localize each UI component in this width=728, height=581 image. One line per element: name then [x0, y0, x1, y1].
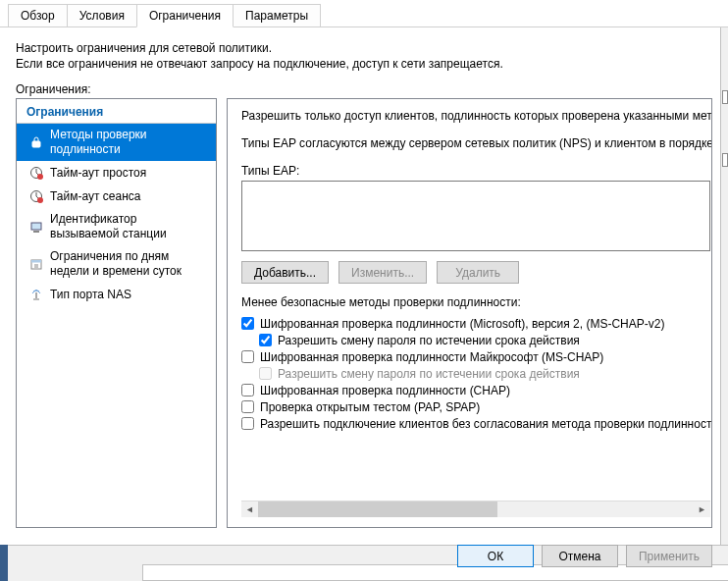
constraint-details-pane: Разрешить только доступ клиентов, подлин… [227, 98, 712, 528]
svg-rect-0 [32, 141, 40, 147]
svg-rect-11 [33, 298, 39, 300]
eap-types-listbox[interactable] [241, 181, 710, 251]
tree-item-3[interactable]: Идентификатор вызываемой станции [17, 208, 216, 245]
add-button[interactable]: Добавить... [241, 261, 329, 284]
tree-item-label: Идентификатор вызываемой станции [50, 212, 208, 241]
auth-checkbox-row-6[interactable]: Разрешить подключение клиентов без согла… [241, 415, 711, 432]
auth-checkbox-4[interactable] [241, 384, 254, 396]
auth-checkbox-row-2[interactable]: Шифрованная проверка подлинности Майкрос… [241, 348, 711, 365]
auth-checkbox-label: Шифрованная проверка подлинности (CHAP) [260, 384, 510, 397]
auth-checkbox-5[interactable] [241, 400, 254, 413]
tree-item-label: Тайм-аут простоя [50, 166, 146, 181]
auth-checkbox-row-3: Разрешить смену пароля по истечении срок… [241, 365, 711, 382]
svg-point-2 [37, 174, 43, 180]
scroll-right-icon[interactable]: ► [694, 502, 710, 517]
auth-checkbox-3 [259, 367, 272, 380]
constraints-label: Ограничения: [16, 82, 712, 96]
auth-checkbox-label: Шифрованная проверка подлинности (Micros… [260, 317, 664, 331]
auth-checkbox-6[interactable] [241, 417, 254, 430]
ok-button[interactable]: ОК [457, 545, 534, 567]
clock-red-icon [28, 165, 44, 181]
antenna-icon [28, 287, 44, 302]
tree-item-5[interactable]: Тип порта NAS [17, 283, 216, 306]
tab-ограничения[interactable]: Ограничения [136, 4, 234, 27]
constraints-group-header: Ограничения [17, 99, 216, 124]
station-icon [28, 219, 44, 235]
auth-checkbox-label: Разрешить смену пароля по истечении срок… [278, 367, 580, 381]
tree-item-2[interactable]: Тайм-аут сеанса [17, 185, 216, 208]
tree-item-label: Тип порта NAS [50, 288, 131, 302]
auth-checkbox-label: Шифрованная проверка подлинности Майкрос… [260, 350, 603, 364]
auth-checkbox-2[interactable] [241, 350, 254, 363]
scroll-thumb[interactable] [258, 502, 497, 517]
tab-параметры[interactable]: Параметры [233, 4, 321, 26]
auth-checkbox-label: Проверка открытым тестом (PAP, SPAP) [260, 400, 480, 414]
constraints-tree[interactable]: Ограничения Методы проверки подлинностиТ… [16, 98, 217, 528]
lock-icon [28, 134, 44, 150]
eap-types-label: Типы EAP: [241, 164, 711, 178]
less-secure-header: Менее безопасные методы проверки подлинн… [241, 295, 711, 309]
tab-условия[interactable]: Условия [67, 4, 137, 26]
tree-item-0[interactable]: Методы проверки подлинности [17, 124, 216, 161]
tree-item-label: Методы проверки подлинности [50, 128, 208, 157]
scroll-left-icon[interactable]: ◄ [241, 502, 258, 517]
svg-point-4 [37, 197, 43, 203]
svg-rect-6 [33, 231, 39, 233]
tab-strip: ОбзорУсловияОграниченияПараметры [0, 0, 728, 27]
description-line-1: Настроить ограничения для сетевой полити… [16, 41, 712, 55]
outer-window-edge [0, 545, 8, 581]
auth-checkbox-0[interactable] [241, 317, 254, 330]
cancel-button[interactable]: Отмена [542, 545, 618, 567]
auth-checkbox-row-0[interactable]: Шифрованная проверка подлинности (Micros… [241, 315, 711, 332]
apply-button[interactable]: Применить [626, 545, 712, 567]
tree-item-1[interactable]: Тайм-аут простоя [17, 161, 216, 185]
auth-checkbox-row-5[interactable]: Проверка открытым тестом (PAP, SPAP) [241, 398, 711, 415]
auth-checkbox-1[interactable] [259, 334, 272, 346]
eap-negotiation-text: Типы EAP согласуются между сервером сете… [241, 136, 711, 150]
background-sliver [720, 27, 728, 545]
tree-item-label: Ограничения по дням недели и времени сут… [50, 249, 208, 279]
delete-button[interactable]: Удалить [437, 261, 519, 284]
auth-checkbox-label: Разрешить смену пароля по истечении срок… [278, 334, 580, 347]
edit-button[interactable]: Изменить... [338, 261, 427, 284]
auth-checkbox-row-1[interactable]: Разрешить смену пароля по истечении срок… [241, 332, 711, 348]
svg-rect-8 [31, 260, 41, 263]
tab-обзор[interactable]: Обзор [8, 4, 68, 26]
svg-rect-5 [31, 223, 41, 230]
tree-item-label: Тайм-аут сеанса [50, 189, 140, 204]
auth-checkbox-row-4[interactable]: Шифрованная проверка подлинности (CHAP) [241, 382, 711, 398]
allow-only-text: Разрешить только доступ клиентов, подлин… [241, 109, 711, 123]
tree-item-4[interactable]: Ограничения по дням недели и времени сут… [17, 245, 216, 283]
auth-checkbox-label: Разрешить подключение клиентов без согла… [260, 417, 711, 431]
clock-red-icon [28, 188, 44, 204]
description-line-2: Если все ограничения не отвечают запросу… [16, 57, 712, 71]
horizontal-scrollbar[interactable]: ◄ ► [241, 501, 710, 517]
calendar-icon [28, 256, 44, 272]
